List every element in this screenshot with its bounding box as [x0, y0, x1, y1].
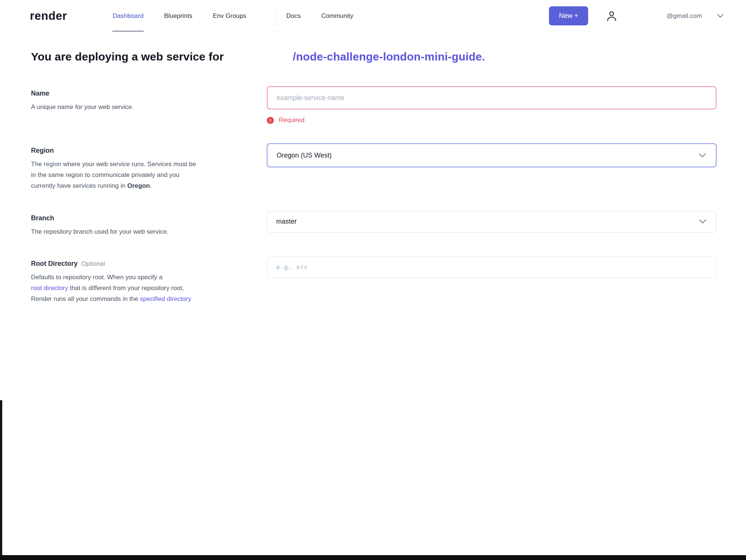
region-desc-text: The [31, 161, 44, 168]
root-desc-text: Render runs all your commands in the [31, 295, 140, 302]
root-directory-input[interactable] [267, 256, 717, 278]
account-menu[interactable]: @gmail.com [667, 12, 724, 20]
root-directory-label-text: Root Directory [31, 260, 78, 267]
root-directory-label: Root DirectoryOptional [31, 260, 247, 268]
name-field-col: ! Required [267, 86, 717, 124]
optional-tag: Optional [81, 260, 105, 267]
repo-link[interactable]: /node-challenge-london-mini-guide. [293, 50, 485, 63]
branch-info: Branch The repository branch used for yo… [31, 211, 247, 237]
root-directory-info: Root DirectoryOptional Defaults to repos… [31, 256, 247, 305]
specified-directory-doc-link[interactable]: specified directory [140, 295, 191, 302]
nav-dashboard[interactable]: Dashboard [112, 0, 143, 32]
region-field-col: Oregon (US West) [267, 143, 717, 192]
region-selected-value: Oregon (US West) [277, 152, 332, 159]
form-row-root-directory: Root DirectoryOptional Defaults to repos… [31, 256, 717, 305]
form-row-name: Name A unique name for your web service.… [31, 86, 717, 124]
branch-label: Branch [31, 214, 247, 222]
region-doc-link[interactable]: region [44, 161, 61, 168]
branch-select[interactable]: master [267, 211, 717, 233]
region-info: Region The region where your web service… [31, 143, 247, 192]
user-icon[interactable] [605, 9, 619, 23]
branch-selected-value: master [276, 218, 297, 225]
root-directory-description: Defaults to repository root. When you sp… [31, 272, 247, 305]
name-label: Name [31, 90, 247, 97]
nav-divider [275, 6, 276, 26]
deploy-form-page: You are deploying a web service for/node… [0, 32, 746, 305]
form-row-branch: Branch The repository branch used for yo… [31, 211, 717, 237]
nav-blueprints[interactable]: Blueprints [164, 0, 193, 32]
top-nav: render Dashboard Blueprints Env Groups D… [0, 0, 746, 32]
region-select[interactable]: Oregon (US West) [267, 143, 717, 167]
error-alert-icon: ! [267, 117, 274, 124]
chevron-down-icon [717, 14, 724, 18]
deploy-form: Name A unique name for your web service.… [31, 86, 717, 305]
branch-description: The repository branch used for your web … [31, 226, 247, 237]
account-email: @gmail.com [667, 12, 702, 20]
screen-bottom-edge-bar [0, 555, 746, 560]
name-error: ! Required [267, 116, 717, 124]
render-logo[interactable]: render [30, 9, 67, 23]
region-desc-text: in the same region to communicate privat… [31, 171, 180, 178]
name-description: A unique name for your web service. [31, 102, 247, 112]
root-desc-text: that is different from your repository r… [68, 284, 184, 292]
name-error-text: Required [279, 116, 305, 124]
page-title-text: You are deploying a web service for [31, 50, 224, 63]
root-desc-text: Defaults to repository root. When you sp… [31, 274, 162, 281]
region-desc-text: where your web service runs. Services mu… [61, 161, 196, 168]
service-name-input[interactable] [267, 86, 717, 109]
new-button[interactable]: New + [549, 6, 589, 25]
screen-left-edge-bar [0, 400, 2, 556]
region-label: Region [31, 147, 247, 155]
name-info: Name A unique name for your web service. [31, 86, 247, 124]
nav-community[interactable]: Community [321, 0, 353, 32]
region-desc-text: currently have services running in [31, 182, 127, 189]
chevron-down-icon [699, 152, 706, 159]
nav-env-groups[interactable]: Env Groups [213, 0, 246, 32]
page-title: You are deploying a web service for/node… [31, 50, 717, 63]
branch-field-col: master [267, 211, 717, 237]
root-directory-doc-link[interactable]: root directory [31, 284, 68, 292]
chevron-down-icon [699, 218, 706, 225]
root-directory-field-col [267, 256, 717, 305]
form-row-region: Region The region where your web service… [31, 143, 717, 192]
header-right: New + @gmail.com [549, 6, 724, 25]
primary-nav: Dashboard Blueprints Env Groups Docs Com… [112, 0, 353, 32]
region-current: Oregon [127, 182, 150, 189]
nav-docs[interactable]: Docs [286, 0, 301, 32]
region-description: The region where your web service runs. … [31, 159, 247, 192]
region-desc-text: . [150, 182, 152, 189]
